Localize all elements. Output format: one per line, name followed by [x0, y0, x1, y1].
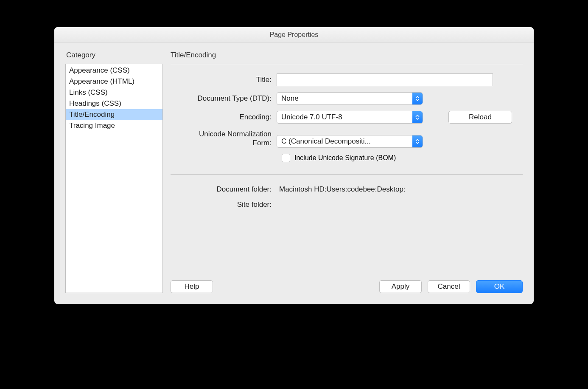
dtd-select[interactable]: None	[277, 92, 423, 105]
encoding-select[interactable]: Unicode 7.0 UTF-8	[277, 111, 423, 124]
bom-checkbox[interactable]	[282, 154, 290, 162]
panel-title: Title/Encoding	[171, 51, 523, 59]
dialog-content: Category Appearance (CSS) Appearance (HT…	[54, 42, 534, 304]
window-title: Page Properties	[270, 31, 319, 39]
row-encoding: Encoding: Unicode 7.0 UTF-8 Reload	[171, 111, 523, 124]
row-title: Title:	[171, 73, 523, 86]
category-list[interactable]: Appearance (CSS) Appearance (HTML) Links…	[65, 64, 163, 293]
updown-icon	[412, 93, 423, 104]
apply-button[interactable]: Apply	[379, 280, 422, 293]
row-bom: Include Unicode Signature (BOM)	[282, 154, 523, 162]
cancel-button[interactable]: Cancel	[428, 280, 470, 293]
normalization-select[interactable]: C (Canonical Decompositi...	[277, 135, 423, 148]
sitefolder-label: Site folder:	[171, 199, 277, 210]
updown-icon	[412, 135, 423, 147]
docfolder-value: Macintosh HD:Users:codebee:Desktop:	[277, 184, 406, 195]
sidebar-item-appearance-css[interactable]: Appearance (CSS)	[66, 65, 162, 76]
info-area: Document folder: Macintosh HD:Users:code…	[171, 175, 523, 214]
dtd-label: Document Type (DTD):	[171, 94, 277, 103]
title-input[interactable]	[277, 73, 493, 86]
titlebar: Page Properties	[54, 27, 534, 42]
encoding-value: Unicode 7.0 UTF-8	[281, 113, 342, 121]
docfolder-label: Document folder:	[171, 184, 277, 195]
category-heading: Category	[66, 51, 163, 59]
row-docfolder: Document folder: Macintosh HD:Users:code…	[171, 184, 523, 195]
row-dtd: Document Type (DTD): None	[171, 92, 523, 105]
normalization-label: Unicode NormalizationForm:	[171, 130, 277, 148]
ok-button[interactable]: OK	[476, 280, 523, 293]
sidebar-item-headings-css[interactable]: Headings (CSS)	[66, 98, 162, 109]
row-sitefolder: Site folder:	[171, 199, 523, 210]
sitefolder-value	[277, 199, 279, 210]
bom-label: Include Unicode Signature (BOM)	[294, 154, 396, 162]
normalization-value: C (Canonical Decompositi...	[281, 137, 371, 146]
sidebar-item-tracing-image[interactable]: Tracing Image	[66, 120, 162, 131]
updown-icon	[412, 111, 423, 123]
title-label: Title:	[171, 75, 277, 84]
reload-button[interactable]: Reload	[448, 111, 512, 124]
main-panel: Title/Encoding Title: Document Type (DTD…	[171, 50, 523, 293]
sidebar: Category Appearance (CSS) Appearance (HT…	[65, 50, 163, 293]
form-area: Title: Document Type (DTD): None	[171, 64, 523, 166]
page-properties-window: Page Properties Category Appearance (CSS…	[54, 27, 534, 304]
help-button[interactable]: Help	[171, 280, 213, 293]
button-bar: Help Apply Cancel OK	[171, 270, 523, 293]
row-normalization: Unicode NormalizationForm: C (Canonical …	[171, 130, 523, 148]
sidebar-item-appearance-html[interactable]: Appearance (HTML)	[66, 76, 162, 87]
sidebar-item-links-css[interactable]: Links (CSS)	[66, 87, 162, 98]
encoding-label: Encoding:	[171, 113, 277, 121]
dtd-value: None	[281, 94, 299, 103]
sidebar-item-title-encoding[interactable]: Title/Encoding	[66, 109, 162, 120]
